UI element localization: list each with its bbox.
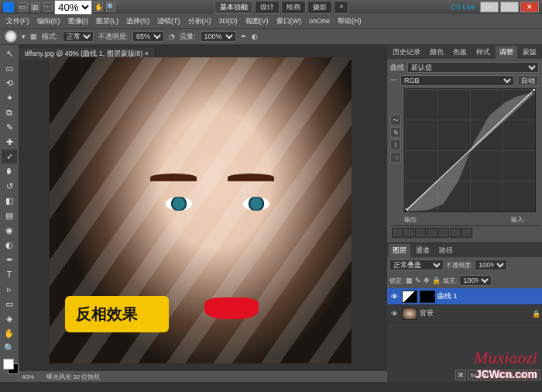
status-zoom[interactable]: 40% [22, 373, 34, 380]
layer-opacity-select[interactable]: 100% [475, 260, 507, 270]
adj-prev-icon[interactable] [438, 228, 449, 238]
layer-row[interactable]: 👁 曲线 1 [387, 288, 542, 305]
workspace-tab-more[interactable]: » [334, 1, 348, 14]
tablet-size-icon[interactable]: ◐ [252, 33, 258, 40]
curve-draw-icon[interactable]: 〜 [390, 115, 401, 126]
curves-graph[interactable] [404, 88, 536, 212]
menu-filter[interactable]: 滤镜(T) [154, 15, 184, 28]
color-swatches[interactable] [2, 359, 17, 377]
link-icon[interactable]: ⌘ [455, 370, 466, 380]
menu-select[interactable]: 选择(S) [123, 15, 153, 28]
lock-all-icon[interactable]: 🔒 [432, 277, 441, 284]
menu-window[interactable]: 窗口(W) [273, 15, 305, 28]
gradient-tool[interactable]: ▤ [2, 208, 17, 222]
path-tool[interactable]: ▹ [2, 282, 17, 296]
workspace-tab-design[interactable]: 设计 [255, 1, 280, 14]
3d-tool[interactable]: ◈ [2, 311, 17, 325]
visibility-icon[interactable]: 👁 [389, 308, 400, 319]
screen-mode-icon[interactable]: ▭ [19, 2, 28, 12]
brush-picker-icon[interactable]: ▾ [22, 33, 26, 40]
shape-tool[interactable]: ▭ [2, 297, 17, 311]
heal-tool[interactable]: ✚ [2, 135, 17, 149]
menu-3d[interactable]: 3D(D) [216, 15, 241, 26]
adj-clip-icon[interactable] [415, 228, 426, 238]
tab-color[interactable]: 颜色 [426, 46, 448, 59]
hand-tool[interactable]: ✋ [2, 326, 17, 340]
layer-fill-select[interactable]: 100% [459, 275, 492, 286]
flow-select[interactable]: 100% [201, 31, 236, 42]
opacity-select[interactable]: 65% [132, 31, 164, 42]
adj-return-icon[interactable] [392, 228, 403, 238]
pen-tool[interactable]: ✒ [2, 253, 17, 266]
dodge-tool[interactable]: ◐ [2, 238, 17, 252]
crop-tool[interactable]: ⧉ [2, 105, 17, 119]
visibility-icon[interactable]: 👁 [389, 291, 400, 302]
zoom-icon[interactable]: 🔍 [106, 2, 115, 12]
maximize-button[interactable]: ▢ [500, 2, 519, 12]
zoom-select[interactable]: 40% [54, 0, 92, 15]
channel-select[interactable]: RGB [400, 75, 514, 86]
extras-icon[interactable]: ⋯ [43, 2, 53, 12]
lock-trans-icon[interactable]: ▦ [406, 277, 413, 284]
menu-layer[interactable]: 图层(L) [93, 15, 122, 28]
auto-button[interactable]: 自动 [517, 75, 539, 86]
menu-help[interactable]: 帮助(H) [334, 15, 365, 28]
close-button[interactable]: ✕ [520, 2, 539, 12]
adj-eye-icon[interactable] [427, 228, 437, 238]
blend-mode-select[interactable]: 正常 [63, 31, 94, 42]
layer-name[interactable]: 背景 [420, 308, 434, 318]
preset-select[interactable]: 新认值 [407, 62, 539, 73]
tab-styles[interactable]: 样式 [472, 46, 494, 59]
history-brush-tool[interactable]: ↺ [2, 179, 17, 193]
canvas[interactable]: 反相效果 [50, 57, 352, 363]
eraser-tool[interactable]: ◧ [2, 194, 17, 208]
workspace-tab-painting[interactable]: 绘画 [281, 1, 306, 14]
adj-trash-icon[interactable] [461, 228, 472, 238]
layer-row[interactable]: 👁 背景 🔒 [387, 305, 542, 322]
tab-channels[interactable]: 通道 [412, 244, 434, 257]
menu-edit[interactable]: 编辑(E) [34, 15, 63, 28]
curve-pencil-icon[interactable]: ✎ [390, 127, 401, 138]
menu-view[interactable]: 视图(V) [242, 15, 272, 28]
tab-masks[interactable]: 蒙版 [519, 46, 540, 59]
move-tool[interactable]: ↖ [2, 46, 17, 60]
marquee-tool[interactable]: ▭ [2, 61, 17, 75]
tab-history[interactable]: 历史记录 [389, 46, 424, 59]
lock-pixel-icon[interactable]: ✎ [415, 277, 421, 284]
lock-pos-icon[interactable]: ✥ [424, 277, 430, 284]
layer-blend-select[interactable]: 正常叠盖 [389, 260, 444, 270]
curve-smooth-icon[interactable]: ⌇ [390, 139, 401, 150]
menu-analysis[interactable]: 分析(A) [185, 15, 214, 28]
layer-name[interactable]: 曲线 1 [437, 291, 458, 301]
brush-preset-icon[interactable] [5, 30, 17, 43]
brush-tool[interactable]: ✓ [2, 150, 17, 163]
lasso-tool[interactable]: ⟲ [2, 76, 17, 90]
layer-mask-thumb[interactable] [420, 291, 435, 303]
curve-target-icon[interactable]: ☜ [390, 152, 401, 163]
layer-thumb[interactable] [402, 308, 417, 320]
adj-expand-icon[interactable] [403, 228, 414, 238]
blur-tool[interactable]: ◉ [2, 223, 17, 237]
arrange-icon[interactable]: ▥ [31, 2, 40, 12]
brush-panel-icon[interactable]: ▦ [30, 33, 37, 40]
tab-adjustments[interactable]: 调整 [496, 46, 517, 59]
menu-image[interactable]: 图像(I) [65, 15, 92, 28]
tab-swatches[interactable]: 色板 [449, 46, 471, 59]
airbrush-icon[interactable]: ✒ [241, 33, 247, 40]
menu-onone[interactable]: onOne [306, 15, 333, 26]
adj-reset-icon[interactable] [450, 228, 461, 238]
channel-icon[interactable]: 〰 [390, 77, 397, 84]
zoom-tool[interactable]: 🔍 [2, 341, 17, 355]
stamp-tool[interactable]: ⧯ [2, 164, 17, 178]
foreground-color[interactable] [3, 359, 14, 370]
menu-file[interactable]: 文件(F) [3, 15, 33, 28]
type-tool[interactable]: T [2, 267, 17, 281]
tab-layers[interactable]: 图层 [389, 244, 410, 257]
wand-tool[interactable]: ✦ [2, 91, 17, 105]
status-info[interactable]: 曝光风光 32 位快照 [46, 373, 100, 381]
workspace-tab-photography[interactable]: 摄影 [307, 1, 332, 14]
tab-paths[interactable]: 路径 [435, 244, 457, 257]
tablet-opacity-icon[interactable]: ◔ [169, 33, 175, 40]
layer-thumb[interactable] [402, 291, 417, 303]
hand-icon[interactable]: ✋ [94, 2, 103, 12]
